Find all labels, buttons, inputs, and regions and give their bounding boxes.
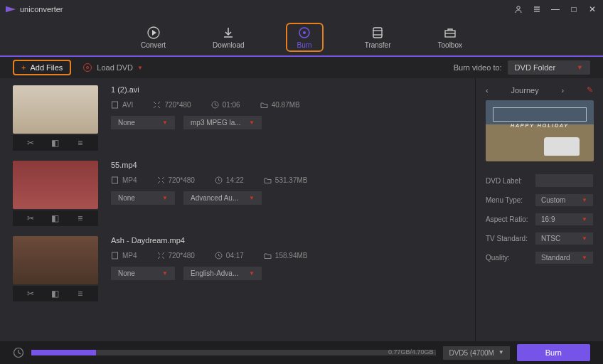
user-icon[interactable] [513,4,523,14]
disc-icon [82,63,92,73]
clock-icon [215,252,223,259]
burn-to-wrap: Burn video to: DVD Folder ▼ [454,60,590,75]
window-controls: — □ ✕ [513,4,597,14]
chevron-down-icon: ▼ [577,64,583,71]
minimize-button[interactable]: — [550,4,560,14]
nav-toolbox[interactable]: Toolbox [432,23,468,52]
next-template-button[interactable]: › [561,86,564,95]
svg-marker-5 [152,30,156,36]
nav-convert[interactable]: Convert [135,23,171,52]
setting-menu-type: Menu Type: Custom▼ [486,194,593,206]
clock-icon[interactable] [13,347,24,358]
settings-icon[interactable]: ≡ [75,213,86,223]
dvd-label-input[interactable] [535,174,593,187]
subtitle-select[interactable]: None▼ [111,267,175,280]
audio-select[interactable]: mp3 MPEG la...▼ [183,116,262,129]
chevron-down-icon: ▼ [582,197,587,203]
svg-rect-21 [112,252,118,259]
file-icon [111,176,119,184]
settings-icon[interactable]: ≡ [75,289,86,299]
file-meta: MP4 720*480 04:17 158.94MB [111,252,462,259]
plus-icon: + [21,63,26,72]
file-info: 1 (2).avi AVI 720*480 01:06 40.87MB None… [111,85,462,151]
main-nav: Convert Download Burn Transfer Toolbox [0,18,603,57]
setting-label: Quality: [486,254,535,262]
chevron-down-icon: ▼ [249,119,255,126]
download-icon [221,26,235,40]
nav-burn[interactable]: Burn [286,23,324,52]
setting-label: DVD Label: [486,177,535,185]
crop-icon[interactable]: ◧ [50,138,61,148]
aspect-select[interactable]: 16:9▼ [535,213,593,225]
template-preview[interactable]: HAPPY HOLIDAY [486,100,594,161]
file-meta: AVI 720*480 01:06 40.87MB [111,101,462,109]
chevron-down-icon: ▼ [582,235,587,242]
thumbnail-wrap: ✂ ◧ ≡ [13,236,98,301]
prev-template-button[interactable]: ‹ [486,86,489,95]
template-nav: ‹ Journey › ✎ [486,85,593,95]
chevron-down-icon: ▼ [582,216,587,223]
template-name: Journey [511,86,539,95]
folder-icon [264,252,272,259]
menu-icon[interactable] [532,4,542,14]
template-preview-text: HAPPY HOLIDAY [486,123,594,128]
template-preview-image [544,137,580,156]
nav-label: Burn [297,41,312,49]
setting-label: TV Standard: [486,235,535,242]
file-info: Ash - Daydream.mp4 MP4 720*480 04:17 158… [111,236,462,301]
titlebar: uniconverter — □ ✕ [0,0,603,18]
clock-icon [215,176,223,184]
file-name: 1 (2).avi [111,85,462,94]
logo-icon [6,4,16,14]
thumbnail[interactable] [13,85,98,134]
chevron-down-icon: ▼ [249,195,255,201]
nav-label: Toolbox [438,41,462,49]
svg-rect-19 [112,177,118,183]
quality-select[interactable]: Standard▼ [535,252,593,264]
file-item: ✂ ◧ ≡ 55.mp4 MP4 720*480 14:22 531.37MB … [13,161,462,226]
setting-tv-standard: TV Standard: NTSC▼ [486,232,593,245]
maximize-button[interactable]: □ [569,4,579,14]
cut-icon[interactable]: ✂ [25,213,36,223]
add-files-button[interactable]: + Add Files [13,60,71,75]
audio-select[interactable]: English-Adva...▼ [183,267,262,280]
chevron-down-icon: ▼ [582,255,587,261]
chevron-down-icon: ▼ [249,270,255,277]
format-meta: AVI [111,101,133,109]
load-dvd-button[interactable]: Load DVD ▼ [82,63,143,73]
burn-to-select[interactable]: DVD Folder ▼ [508,60,590,75]
file-meta: MP4 720*480 14:22 531.37MB [111,176,462,184]
svg-rect-10 [373,28,382,38]
subtitle-select[interactable]: None▼ [111,116,175,129]
file-list: ✂ ◧ ≡ 1 (2).avi AVI 720*480 01:06 40.87M… [0,78,475,341]
nav-label: Download [213,41,244,49]
load-dvd-label: Load DVD [97,63,133,72]
settings-icon[interactable]: ≡ [75,138,86,148]
menu-type-select[interactable]: Custom▼ [535,194,593,206]
chevron-down-icon: ▼ [498,349,504,357]
thumbnail[interactable] [13,161,98,209]
thumbnail-wrap: ✂ ◧ ≡ [13,161,98,226]
crop-icon[interactable]: ◧ [50,289,61,299]
file-name: 55.mp4 [111,161,462,169]
resolution-icon [157,252,165,259]
size-meta: 158.94MB [264,252,308,259]
disc-type-select[interactable]: DVD5 (4700M ▼ [443,346,509,360]
crop-icon[interactable]: ◧ [50,213,61,223]
burn-button[interactable]: Burn [517,344,590,361]
nav-transfer[interactable]: Transfer [359,23,397,52]
edit-template-button[interactable]: ✎ [587,85,593,95]
cut-icon[interactable]: ✂ [25,289,36,299]
nav-download[interactable]: Download [207,23,250,52]
convert-icon [146,26,161,40]
subtitle-select[interactable]: None▼ [111,191,175,205]
tv-standard-select[interactable]: NTSC▼ [535,232,593,245]
audio-select[interactable]: Advanced Au...▼ [183,191,262,205]
svg-point-15 [84,64,92,72]
resolution-meta: 720*480 [153,101,191,109]
cut-icon[interactable]: ✂ [25,138,36,148]
chevron-down-icon: ▼ [162,195,168,201]
close-button[interactable]: ✕ [587,4,597,14]
thumbnail[interactable] [13,236,98,284]
svg-point-16 [87,67,89,69]
